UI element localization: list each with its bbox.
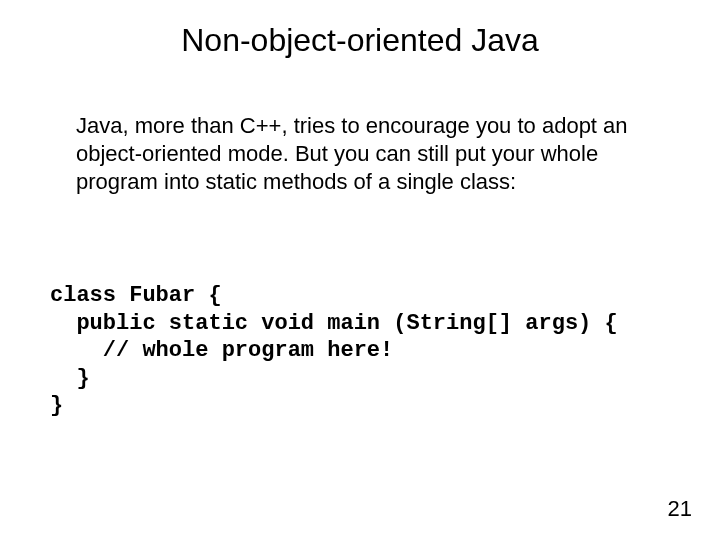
slide-body-text: Java, more than C++, tries to encourage … [76, 112, 636, 196]
slide: Non-object-oriented Java Java, more than… [0, 0, 720, 540]
code-block: class Fubar { public static void main (S… [50, 282, 690, 420]
slide-title: Non-object-oriented Java [0, 22, 720, 59]
page-number: 21 [668, 496, 692, 522]
